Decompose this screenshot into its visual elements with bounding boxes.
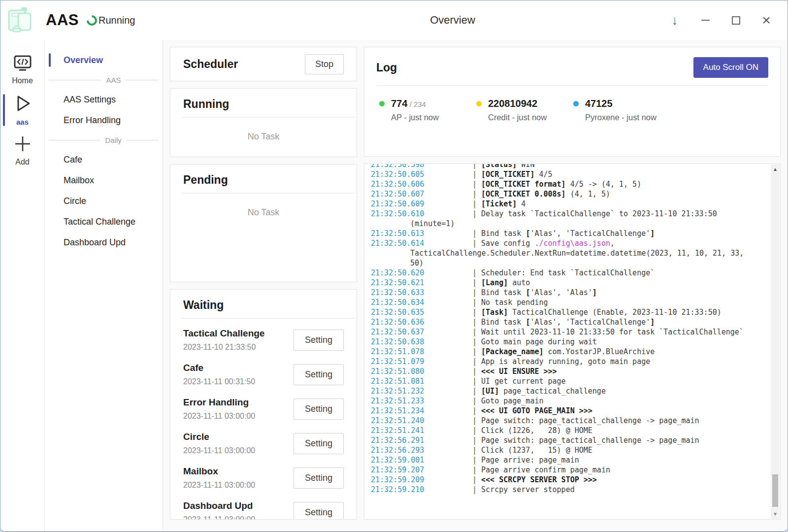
sidebar-item-error-handling[interactable]: Error Handling: [45, 110, 163, 131]
waiting-task-row: Mailbox2023-11-11 03:00:00Setting: [183, 461, 344, 495]
log-timestamp: 21:32:50.598: [410, 164, 472, 169]
rail-item-label: Add: [15, 158, 29, 166]
scrollbar-thumb[interactable]: [772, 474, 778, 507]
stat-value: 220810942: [488, 98, 537, 109]
log-timestamp: 21:32:51.080: [410, 366, 472, 376]
log-timestamp: 21:32:59.001: [410, 455, 472, 465]
log-timestamp: 21:32:50.638: [410, 337, 472, 347]
log-separator: |: [472, 485, 481, 494]
log-separator: |: [472, 446, 481, 455]
waiting-task-info: Error Handling2023-11-11 03:00:00: [183, 397, 255, 421]
task-setting-button[interactable]: Setting: [294, 467, 344, 489]
log-divider: [376, 85, 768, 86]
auto-scroll-toggle-button[interactable]: Auto Scroll ON: [693, 57, 768, 78]
sidebar-item-circle[interactable]: Circle: [45, 191, 163, 211]
log-title: Log: [376, 61, 397, 74]
log-timestamp: 21:32:59.207: [410, 465, 472, 475]
active-indicator: [49, 194, 51, 208]
task-next-run-time: 2023-11-11 03:00:00: [183, 481, 255, 490]
scheduler-title: Scheduler: [183, 58, 238, 71]
task-setting-button[interactable]: Setting: [294, 399, 344, 420]
close-button[interactable]: ×: [760, 14, 773, 27]
window-controls: ↓ ×: [668, 0, 773, 40]
task-next-run-time: 2023-11-10 21:33:50: [183, 343, 264, 352]
log-line: INFO21:32:51.233| Goto page_main: [371, 396, 755, 406]
sidebar-item-label: Tactical Challenge: [64, 217, 135, 227]
sidebar-item-label: Error Handling: [64, 115, 121, 126]
log-line: INFO21:32:51.240| Page switch: page_tact…: [371, 416, 755, 426]
log-line: INFO21:32:50.606| [OCR_TICKET format] 4/…: [371, 179, 755, 189]
log-timestamp: 21:32:51.232: [410, 386, 472, 396]
task-next-run-time: 2023-11-11 03:00:00: [183, 446, 255, 455]
log-separator: |: [472, 387, 481, 396]
scroll-up-arrow-icon[interactable]: ▲: [771, 166, 780, 172]
pending-title: Pending: [181, 165, 356, 194]
log-separator: |: [472, 180, 481, 189]
log-line: INFO21:32:50.621| [Lang] auto: [371, 278, 755, 288]
log-separator: |: [472, 357, 481, 366]
update-download-button[interactable]: ↓: [668, 14, 681, 27]
sidebar-item-overview[interactable]: Overview: [45, 50, 163, 70]
task-setting-button[interactable]: Setting: [294, 502, 344, 520]
log-timestamp: 21:32:51.078: [410, 347, 472, 357]
task-name: Cafe: [183, 363, 255, 373]
sidebar-section-label: Daily: [100, 136, 126, 144]
log-console: INFO21:32:50.598| [Status] WININFO21:32:…: [364, 164, 781, 520]
running-title: Running: [181, 89, 356, 118]
scheduler-stop-button[interactable]: Stop: [305, 54, 344, 74]
stat-dot-icon: [379, 101, 385, 106]
log-line: INFO21:32:56.291| Page switch: page_tact…: [371, 435, 755, 445]
log-scrollbar[interactable]: ▲ ▼: [771, 165, 780, 519]
task-setting-button[interactable]: Setting: [294, 433, 344, 454]
log-line: INFO21:32:51.081| UI get current page: [371, 376, 755, 386]
sidebar-item-label: Circle: [64, 196, 86, 206]
scroll-down-arrow-icon[interactable]: ▼: [771, 511, 780, 517]
log-separator: |: [472, 209, 481, 218]
log-separator: |: [472, 278, 481, 287]
log-line: INFO21:32:51.241| Click (1226, 28) @ HOM…: [371, 426, 755, 435]
sidebar-item-cafe[interactable]: Cafe: [45, 149, 163, 170]
log-line: INFO21:32:50.633| Bind task ['Alas', 'Al…: [371, 288, 755, 298]
sidebar-item-mailbox[interactable]: Mailbox: [45, 170, 163, 191]
stat-dot-icon: [476, 101, 482, 106]
log-timestamp: 21:32:51.233: [410, 396, 472, 406]
log-timestamp: 21:32:50.614: [410, 238, 472, 248]
app-logo-icon: [6, 6, 35, 34]
rail-item-aas[interactable]: aas: [0, 90, 44, 131]
maximize-button[interactable]: [729, 14, 742, 27]
log-separator: |: [472, 318, 481, 327]
log-separator: |: [472, 367, 481, 376]
waiting-task-row: Circle2023-11-11 03:00:00Setting: [183, 426, 344, 461]
close-icon: ×: [762, 12, 771, 29]
task-next-run-time: 2023-11-11 00:31:50: [183, 377, 255, 386]
log-separator: |: [472, 475, 481, 484]
log-line: INFO21:32:50.620| Scheduler: End task `T…: [371, 268, 755, 278]
sidebar-item-tactical-challenge[interactable]: Tactical Challenge: [45, 211, 163, 232]
log-line: INFO21:32:50.598| [Status] WIN: [371, 164, 755, 169]
task-setting-button[interactable]: Setting: [294, 364, 344, 385]
sidebar-item-dashboard-upd[interactable]: Dashboard Upd: [45, 232, 163, 253]
page-title: Overview: [430, 14, 475, 27]
waiting-task-row: Dashboard Upd2023-11-11 03:00:00Setting: [183, 495, 344, 520]
log-timestamp: 21:32:50.609: [410, 199, 472, 209]
play-icon: [13, 94, 32, 115]
rail-item-add[interactable]: Add: [0, 131, 44, 171]
minimize-icon: [701, 20, 710, 21]
active-indicator: [3, 94, 5, 126]
log-timestamp: 21:32:50.636: [410, 317, 472, 327]
log-line: INFO21:32:51.080| <<< UI ENSURE >>>: [371, 366, 755, 376]
rail-item-home[interactable]: Home: [0, 51, 44, 90]
main-content: Scheduler Stop Running No Task Pending N…: [163, 40, 788, 532]
minimize-button[interactable]: [699, 14, 712, 27]
log-line: INFO21:32:59.210| Scrcpy server stopped: [371, 485, 755, 495]
log-timestamp: 21:32:50.613: [410, 229, 472, 238]
log-separator: |: [472, 347, 481, 356]
task-next-run-time: 2023-11-11 03:00:00: [183, 412, 255, 421]
task-setting-button[interactable]: Setting: [294, 330, 344, 351]
running-empty-text: No Task: [170, 132, 357, 142]
active-indicator: [49, 53, 51, 67]
log-timestamp: 21:32:50.633: [410, 288, 472, 298]
task-name: Tactical Challenge: [183, 328, 264, 339]
sidebar-item-aas-settings[interactable]: AAS Settings: [45, 89, 163, 110]
log-line: INFO21:32:59.207| Page arrive confirm pa…: [371, 465, 755, 475]
